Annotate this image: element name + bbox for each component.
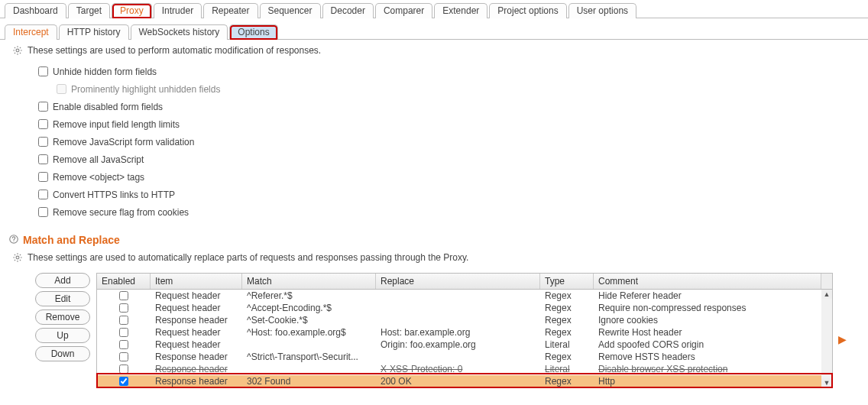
table-row[interactable]: Request header^Accept-Encoding.*$RegexRe… — [97, 302, 832, 314]
check-unhide-label: Unhide hidden form fields — [53, 66, 157, 77]
th-comment[interactable]: Comment — [594, 274, 821, 289]
th-replace[interactable]: Replace — [376, 274, 540, 289]
check-remove-obj-box[interactable] — [38, 172, 48, 182]
check-remove-alljs-box[interactable] — [38, 154, 48, 164]
row-type: Regex — [540, 303, 594, 313]
table-row[interactable]: Request headerOrigin: foo.example.orgLit… — [97, 339, 832, 351]
help-icon[interactable] — [8, 233, 20, 245]
table-row[interactable]: Response headerX-XSS-Protection: 0Litera… — [97, 363, 832, 375]
row-match: ^Host: foo.example.org$ — [242, 327, 376, 338]
row-type: Literal — [540, 339, 594, 350]
table-row[interactable]: Request header^Referer.*$RegexHide Refer… — [97, 290, 832, 302]
row-comment: Disable browser XSS protection — [594, 364, 821, 374]
check-conv-https-label: Convert HTTPS links to HTTP — [53, 190, 175, 200]
check-remove-secure[interactable]: Remove secure flag from cookies — [35, 203, 860, 221]
tab-target[interactable]: Target — [68, 3, 110, 18]
row-enabled-checkbox[interactable] — [119, 303, 128, 313]
row-enabled-checkbox[interactable] — [119, 291, 128, 300]
match-replace-title: Match and Replace — [23, 234, 120, 246]
row-type: Regex — [540, 327, 594, 338]
row-match: ^Set-Cookie.*$ — [242, 315, 376, 326]
table-row[interactable]: Response header^Strict\-Transport\-Secur… — [97, 351, 832, 363]
scrollbar[interactable]: ▲ ▼ — [821, 290, 832, 387]
th-item[interactable]: Item — [151, 274, 242, 289]
subtab-websockets-history[interactable]: WebSockets history — [131, 24, 228, 40]
row-enabled-checkbox[interactable] — [119, 328, 128, 337]
check-remove-secure-label: Remove secure flag from cookies — [53, 207, 189, 218]
tab-intruder[interactable]: Intruder — [154, 3, 202, 18]
svg-point-3 — [16, 256, 19, 259]
main-tab-bar: Dashboard Target Proxy Intruder Repeater… — [0, 0, 868, 18]
tab-extender[interactable]: Extender — [434, 3, 487, 18]
check-remove-jsval[interactable]: Remove JavaScript form validation — [35, 133, 860, 151]
match-replace-area: Add Edit Remove Up Down Enabled Item Mat… — [0, 268, 868, 388]
table-row[interactable]: Request header^Host: foo.example.org$Hos… — [97, 326, 832, 339]
tab-project-options[interactable]: Project options — [489, 3, 566, 18]
response-mod-intro: These settings are used to perform autom… — [0, 40, 868, 61]
th-enabled[interactable]: Enabled — [97, 274, 151, 289]
tab-proxy[interactable]: Proxy — [112, 3, 152, 18]
check-remove-jsval-label: Remove JavaScript form validation — [53, 137, 194, 147]
tab-dashboard[interactable]: Dashboard — [5, 3, 66, 18]
table-header: Enabled Item Match Replace Type Comment — [97, 274, 832, 290]
subtab-intercept[interactable]: Intercept — [5, 24, 57, 40]
tab-sequencer[interactable]: Sequencer — [260, 3, 321, 18]
down-button[interactable]: Down — [35, 346, 90, 361]
row-match: ^Strict\-Transport\-Securit... — [242, 352, 376, 362]
row-enabled-checkbox[interactable] — [119, 316, 128, 325]
check-remove-len-label: Remove input field length limits — [53, 119, 180, 130]
row-type: Regex — [540, 315, 594, 326]
scroll-up-icon[interactable]: ▲ — [821, 290, 832, 299]
row-enabled-checkbox[interactable] — [119, 352, 128, 361]
edit-button[interactable]: Edit — [35, 291, 90, 306]
check-conv-https[interactable]: Convert HTTPS links to HTTP — [35, 186, 860, 203]
th-type[interactable]: Type — [540, 274, 594, 289]
row-replace: X-XSS-Protection: 0 — [376, 364, 540, 374]
row-comment: Remove HSTS headers — [594, 352, 821, 362]
table-row[interactable]: Response header^Set-Cookie.*$RegexIgnore… — [97, 314, 832, 326]
row-type: Regex — [540, 290, 594, 301]
check-remove-secure-box[interactable] — [38, 207, 48, 217]
row-match: 302 Found — [242, 376, 376, 387]
row-enabled-checkbox[interactable] — [119, 377, 128, 386]
gear-icon — [11, 251, 24, 264]
subtab-options[interactable]: Options — [229, 24, 277, 40]
tab-repeater[interactable]: Repeater — [203, 3, 257, 18]
check-remove-alljs-label: Remove all JavaScript — [53, 154, 144, 165]
row-comment: Rewrite Host header — [594, 327, 821, 338]
svg-point-0 — [16, 49, 19, 52]
match-replace-header: Match and Replace — [0, 228, 868, 247]
row-enabled-checkbox[interactable] — [119, 364, 128, 374]
check-remove-len-box[interactable] — [38, 119, 48, 129]
row-type: Literal — [540, 364, 594, 374]
check-prominent[interactable]: Prominently highlight unhidden fields — [53, 80, 860, 98]
check-unhide-box[interactable] — [38, 66, 48, 76]
row-item: Response header — [151, 364, 242, 374]
tab-user-options[interactable]: User options — [568, 3, 636, 18]
row-comment: Ignore cookies — [594, 315, 821, 326]
gear-icon — [11, 44, 24, 57]
tab-decoder[interactable]: Decoder — [322, 3, 374, 18]
scroll-down-icon[interactable]: ▼ — [821, 378, 832, 387]
row-match: ^Referer.*$ — [242, 290, 376, 301]
check-remove-len[interactable]: Remove input field length limits — [35, 115, 860, 133]
check-unhide[interactable]: Unhide hidden form fields — [35, 63, 860, 80]
up-button[interactable]: Up — [35, 328, 90, 343]
row-enabled-checkbox[interactable] — [119, 340, 128, 349]
check-remove-alljs[interactable]: Remove all JavaScript — [35, 151, 860, 168]
row-type: Regex — [540, 352, 594, 362]
th-match[interactable]: Match — [242, 274, 376, 289]
check-conv-https-box[interactable] — [38, 190, 48, 199]
tab-comparer[interactable]: Comparer — [375, 3, 432, 18]
table-row[interactable]: Response header302 Found200 OKRegexHttp — [97, 375, 832, 387]
check-enable-disabled[interactable]: Enable disabled form fields — [35, 98, 860, 115]
subtab-http-history[interactable]: HTTP history — [59, 24, 129, 40]
row-item: Response header — [151, 352, 242, 362]
add-button[interactable]: Add — [35, 273, 90, 288]
check-remove-obj[interactable]: Remove <object> tags — [35, 168, 860, 186]
check-remove-jsval-box[interactable] — [38, 137, 48, 147]
remove-button[interactable]: Remove — [35, 309, 90, 325]
row-comment: Require non-compressed responses — [594, 303, 821, 313]
row-comment: Add spoofed CORS origin — [594, 339, 821, 350]
check-enable-disabled-box[interactable] — [38, 102, 48, 112]
